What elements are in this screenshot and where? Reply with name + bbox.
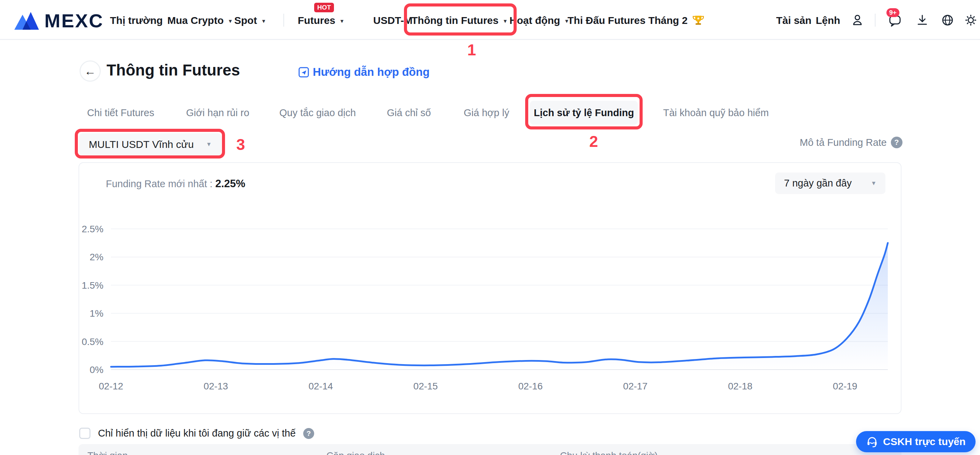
chevron-down-icon: ▼ [228, 14, 233, 29]
trophy-icon [692, 14, 705, 27]
online-support-button[interactable]: CSKH trực tuyến [856, 431, 975, 452]
tab-insurance-fund[interactable]: Tài khoản quỹ bảo hiểm [663, 107, 769, 119]
mexc-mountain-icon [14, 11, 40, 30]
chevron-down-icon: ▼ [871, 180, 877, 187]
support-chat-icon[interactable]: 9+ [888, 14, 902, 27]
futures-info-page: MEXC Thị trường Mua Crypto▼ Spot▼ HOT Fu… [0, 0, 980, 455]
headset-icon [866, 436, 878, 448]
annotation-number-1: 1 [467, 42, 476, 57]
back-arrow-icon: ← [84, 65, 96, 78]
nav-divider [875, 14, 875, 27]
language-globe-icon[interactable] [941, 14, 954, 27]
table-header-cycle: Chu kỳ thanh toán(giờ) [560, 450, 658, 455]
question-mark-icon: ? [891, 137, 902, 148]
history-table-header-row [78, 444, 902, 455]
table-header-pair: Cặp giao dịch [326, 450, 385, 455]
tab-fair-price[interactable]: Giá hợp lý [464, 107, 509, 119]
table-header-time: Thời gian [88, 450, 128, 455]
download-app-icon[interactable] [916, 14, 929, 27]
annotation-number-3: 3 [236, 135, 245, 154]
chevron-down-icon: ▼ [503, 14, 508, 29]
tab-funding-rate-history[interactable]: 2 Lịch sử tỷ lệ Funding [530, 101, 638, 125]
guide-doc-icon [298, 66, 310, 78]
nav-divider [283, 14, 284, 27]
question-mark-icon: ? [303, 428, 314, 439]
nav-usdt-m[interactable]: USDT-M [373, 13, 412, 28]
chevron-down-icon: ▼ [261, 14, 266, 29]
profile-icon[interactable] [851, 14, 864, 27]
page-title: Thông tin Futures [107, 61, 240, 79]
hot-badge: HOT [314, 3, 334, 12]
nav-futures-info[interactable]: 1 Thông tin Futures▼ [412, 13, 508, 28]
nav-market[interactable]: Thị trường [110, 13, 163, 28]
nav-activities[interactable]: Hoạt động▼ [509, 13, 569, 28]
annotation-number-2: 2 [589, 132, 598, 151]
nav-orders[interactable]: Lệnh [816, 13, 840, 28]
tab-futures-detail[interactable]: Chi tiết Futures [87, 107, 154, 119]
chevron-down-icon: ▼ [206, 141, 212, 148]
mexc-wordmark: MEXC [45, 10, 104, 32]
tab-risk-limit[interactable]: Giới hạn rủi ro [186, 107, 249, 119]
funding-rate-description-link[interactable]: Mô tả Funding Rate ? [800, 137, 902, 148]
back-button[interactable]: ← [80, 60, 101, 82]
latest-funding-rate-value: 2.25% [215, 178, 245, 189]
latest-funding-rate: Funding Rate mới nhất :2.25% [106, 178, 245, 190]
contract-guide-link[interactable]: Hướng dẫn hợp đồng [298, 65, 430, 79]
chevron-down-icon: ▼ [339, 14, 345, 29]
positions-only-label: Chỉ hiển thị dữ liệu khi tôi đang giữ cá… [98, 428, 296, 439]
nav-buy-crypto[interactable]: Mua Crypto▼ [167, 13, 233, 28]
positions-only-checkbox[interactable] [79, 428, 91, 439]
nav-spot[interactable]: Spot▼ [234, 13, 266, 28]
positions-only-filter: Chỉ hiển thị dữ liệu khi tôi đang giữ cá… [79, 428, 314, 439]
nav-futures-competition[interactable]: Thi Đấu Futures Tháng 2 [568, 13, 705, 28]
top-nav: MEXC Thị trường Mua Crypto▼ Spot▼ HOT Fu… [0, 0, 980, 40]
nav-futures[interactable]: HOT Futures▼ [298, 13, 345, 28]
notification-badge: 9+ [886, 8, 899, 17]
theme-toggle-icon[interactable] [964, 14, 977, 27]
tab-index-price[interactable]: Giá chỉ số [387, 107, 431, 119]
date-range-selector[interactable]: 7 ngày gần đây ▼ [775, 172, 885, 194]
funding-rate-chart-card [78, 162, 902, 414]
mexc-logo[interactable]: MEXC [14, 10, 104, 32]
contract-selector[interactable]: MULTI USDT Vĩnh cửu ▼ [79, 133, 221, 156]
nav-assets[interactable]: Tài sản [776, 13, 811, 28]
tab-trading-rules[interactable]: Quy tắc giao dịch [279, 107, 356, 119]
